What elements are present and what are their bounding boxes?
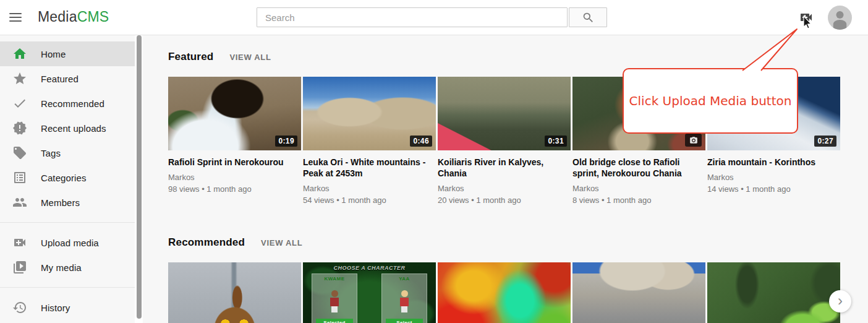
media-card: CHOOSE A CHARACTERKWAMEYAASelectedSelect	[303, 262, 436, 323]
video-thumbnail[interactable]: CHOOSE A CHARACTERKWAMEYAASelectedSelect	[303, 262, 436, 323]
character-figure	[399, 290, 410, 315]
top-app-bar: MediaCMS	[0, 0, 868, 35]
sidebar-item-label: Featured	[41, 74, 79, 84]
sidebar-item-label: Home	[41, 49, 66, 59]
section-title: Featured	[168, 51, 213, 63]
upload-media-icon	[799, 10, 814, 25]
logo-media-text: Media	[38, 9, 77, 25]
new-releases-icon	[12, 121, 27, 136]
character-panel: KWAME	[312, 273, 357, 323]
annotation-text: Click Upload Media button	[629, 93, 792, 108]
video-meta: 54 views • 1 month ago	[303, 195, 436, 205]
sidebar-item-featured[interactable]: Featured	[0, 66, 135, 91]
home-icon	[12, 46, 27, 61]
sidebar-item-home[interactable]: Home	[0, 41, 135, 66]
character-head	[401, 290, 408, 297]
video-title[interactable]: Leuka Ori - White mountains - Peak at 24…	[303, 157, 431, 179]
video-author[interactable]: Markos	[572, 183, 705, 194]
search-input[interactable]	[257, 7, 568, 27]
members-icon	[12, 195, 27, 210]
hamburger-menu-icon[interactable]	[9, 11, 23, 24]
selected-button: Selected	[316, 319, 353, 323]
video-title[interactable]: Ziria mountain - Korinthos	[707, 157, 835, 168]
sidebar-divider	[0, 222, 135, 223]
media-card	[168, 262, 301, 323]
video-meta: 98 views • 1 month ago	[168, 184, 301, 194]
video-author[interactable]: Markos	[707, 172, 840, 183]
video-title[interactable]: Old bridge close to Rafioli sprint, Nero…	[572, 157, 700, 179]
video-thumbnail[interactable]	[707, 262, 840, 323]
game-title-text: CHOOSE A CHARACTER	[303, 265, 436, 271]
categories-icon	[12, 170, 27, 185]
sidebar-item-my-media[interactable]: My media	[0, 255, 135, 280]
annotation-tooltip: Click Upload Media button	[623, 68, 798, 134]
sidebar-item-tags[interactable]: Tags	[0, 140, 135, 165]
video-thumbnail[interactable]: 0:46	[303, 77, 436, 150]
search-button[interactable]	[569, 7, 607, 27]
photo-badge	[685, 134, 702, 147]
duration-badge: 0:46	[410, 136, 432, 147]
section-header: RecommendedVIEW ALL	[168, 236, 868, 248]
view-all-link[interactable]: VIEW ALL	[229, 53, 271, 62]
sidebar-item-recent-uploads[interactable]: Recent uploads	[0, 116, 135, 140]
carousel-next-button[interactable]: ›	[829, 290, 851, 312]
sidebar-scrollbar-thumb[interactable]	[137, 35, 142, 319]
sidebar-divider	[0, 287, 135, 288]
video-meta: 8 views • 1 month ago	[572, 195, 705, 205]
sidebar-item-recommended[interactable]: Recommended	[0, 91, 135, 116]
sidebar-item-history[interactable]: History	[0, 295, 135, 320]
history-icon	[12, 300, 27, 315]
character-legs	[331, 306, 338, 312]
video-thumbnail[interactable]: 0:31	[438, 77, 571, 150]
sidebar-item-label: Upload media	[41, 238, 99, 248]
video-thumbnail[interactable]	[168, 262, 301, 323]
character-name: KWAME	[312, 276, 357, 282]
section-recommended: RecommendedVIEW ALLCHOOSE A CHARACTERKWA…	[168, 236, 868, 323]
upload-media-button[interactable]	[799, 10, 814, 25]
user-avatar-icon	[828, 6, 852, 30]
logo-cms-text: CMS	[77, 9, 109, 25]
user-avatar[interactable]	[828, 6, 852, 30]
star-icon	[12, 71, 27, 86]
duration-badge: 0:31	[545, 136, 567, 147]
cards-row: CHOOSE A CHARACTERKWAMEYAASelectedSelect	[168, 262, 868, 323]
video-author[interactable]: Markos	[168, 172, 301, 183]
video-author[interactable]: Markos	[438, 183, 571, 194]
character-legs	[401, 306, 407, 312]
select-button: Select	[386, 319, 423, 323]
my-media-icon	[12, 260, 27, 275]
video-thumbnail[interactable]	[572, 262, 705, 323]
character-figure	[329, 290, 340, 315]
media-card	[572, 262, 705, 323]
search-bar	[257, 7, 607, 27]
view-all-link[interactable]: VIEW ALL	[261, 238, 302, 248]
search-icon	[582, 11, 595, 24]
character-body	[330, 298, 339, 306]
sidebar-item-upload-media[interactable]: Upload media	[0, 230, 135, 255]
media-card: 0:31Koiliaris River in Kalyves, ChaniaMa…	[438, 77, 571, 205]
video-meta: 20 views • 1 month ago	[438, 195, 571, 205]
sidebar-item-label: History	[41, 303, 70, 313]
sidebar-nav: HomeFeaturedRecommendedRecent uploadsTag…	[0, 35, 135, 323]
sidebar-item-label: My media	[41, 262, 82, 273]
character-name: YAA	[382, 276, 427, 282]
video-author[interactable]: Markos	[303, 183, 436, 194]
video-thumbnail[interactable]: 0:19	[168, 77, 301, 150]
camera-icon	[689, 136, 698, 145]
media-card	[438, 262, 571, 323]
sidebar-item-members[interactable]: Members	[0, 190, 135, 215]
video-title[interactable]: Koiliaris River in Kalyves, Chania	[438, 157, 566, 179]
video-thumbnail[interactable]	[438, 262, 571, 323]
check-icon	[12, 96, 27, 111]
sidebar-scrollbar-track	[135, 35, 143, 323]
video-title[interactable]: Rafioli Sprint in Nerokourou	[168, 157, 296, 168]
section-title: Recommended	[168, 236, 245, 249]
sidebar-item-categories[interactable]: Categories	[0, 165, 135, 190]
section-header: FeaturedVIEW ALL	[168, 51, 868, 62]
media-card: 0:19Rafioli Sprint in NerokourouMarkos98…	[168, 77, 301, 205]
video-meta: 14 views • 1 month ago	[707, 184, 840, 194]
character-head	[331, 290, 338, 297]
media-card: 0:46Leuka Ori - White mountains - Peak a…	[303, 77, 436, 205]
duration-badge: 0:27	[814, 136, 836, 147]
app-logo[interactable]: MediaCMS	[38, 9, 109, 25]
